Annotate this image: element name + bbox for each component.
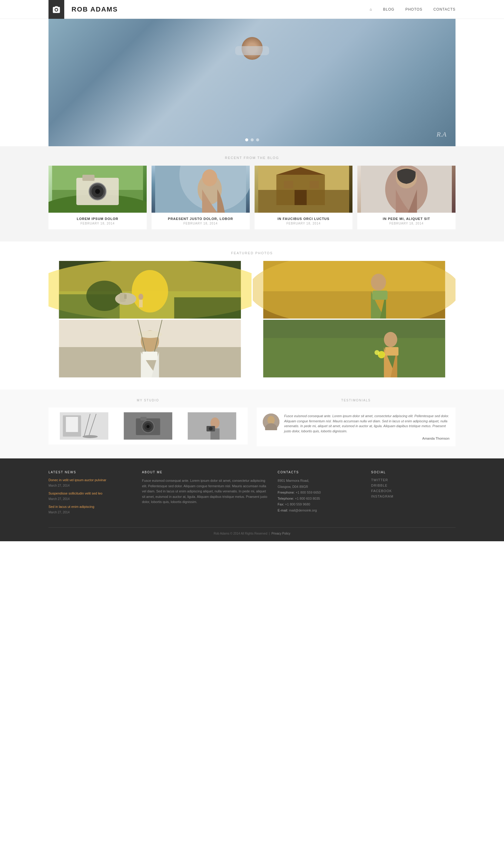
photo-item-2[interactable]	[253, 261, 456, 319]
testimonial-author: Amanda Thomson	[284, 436, 450, 440]
footer-social-dribble[interactable]: DRIBBLE	[371, 484, 455, 487]
studio-photos-grid	[53, 412, 243, 440]
nav-blog[interactable]: BLOG	[383, 7, 394, 12]
hero-watermark: R.A	[437, 131, 446, 138]
logo-icon-box	[49, 0, 64, 19]
avatar-svg	[263, 413, 280, 430]
blog-card-title-4: IN PEDE MI, ALIQUET SIT	[361, 217, 452, 221]
footer-news-item-2: Suspendisse sollicitudin velit sed leo M…	[49, 492, 133, 501]
footer-bottom: Rob Adams © 2014 All Rights Reserved | P…	[49, 527, 455, 535]
footer-contacts: CONTACTS 8901 Marmora Road, Glasgow, D04…	[277, 470, 362, 518]
studio-img-3	[181, 412, 243, 440]
photos-section-label: FEATURED PHOTOS	[49, 241, 455, 261]
blog-card-image-3	[255, 166, 353, 213]
blog-img-svg-3	[255, 166, 353, 213]
footer-social-instagram[interactable]: INSTAGRAM	[371, 495, 455, 498]
blog-card-title-3: IN FAUCIBUS ORCI LUCTUS	[258, 217, 349, 221]
svg-point-58	[83, 435, 97, 438]
svg-point-7	[95, 189, 100, 194]
svg-rect-33	[139, 300, 143, 307]
nav-home[interactable]: ⌂	[370, 7, 372, 12]
footer-email: E-mail: mail@demoink.org	[277, 508, 362, 513]
photo-item-4[interactable]	[253, 320, 456, 377]
blog-section-label: RECENT FROM THE BLOG	[49, 146, 455, 166]
hero-dot-2[interactable]	[251, 138, 254, 141]
hero-dot-3[interactable]	[256, 138, 259, 141]
photo-svg-4	[253, 320, 456, 377]
footer-social-twitter[interactable]: TWITTER	[371, 478, 455, 482]
footer-city: Glasgow, D04 89GR	[277, 484, 362, 490]
svg-point-32	[139, 294, 143, 300]
footer-latest-news: LATEST NEWS Donec in velit vel ipsum auc…	[49, 470, 133, 518]
footer-copyright: Rob Adams © 2014 All Rights Reserved	[214, 532, 267, 535]
svg-rect-43	[142, 351, 158, 360]
testimonial-quote: Fusce euismod consequat ante. Lorem ipsu…	[284, 413, 450, 433]
footer-news-link-2[interactable]: Suspendisse sollicitudin velit sed leo	[49, 492, 133, 495]
hero-person	[210, 31, 294, 146]
footer-news-link-1[interactable]: Donec in velit vel ipsum auctor pulvinar	[49, 478, 133, 482]
svg-rect-50	[385, 347, 398, 356]
studio-photo-1[interactable]	[53, 412, 115, 440]
photo-svg-3	[49, 320, 252, 377]
footer-freephone-value: +1 800 559 6650	[295, 491, 321, 494]
svg-rect-64	[140, 417, 146, 420]
photo-item-3[interactable]	[49, 320, 252, 377]
footer-about-title: ABOUT ME	[142, 470, 269, 474]
svg-rect-4	[83, 175, 94, 181]
svg-point-37	[371, 274, 386, 291]
photo-item-1[interactable]	[49, 261, 252, 319]
svg-rect-16	[294, 190, 306, 205]
footer-freephone-label: Freephone:	[277, 491, 295, 494]
blog-card-body-2: PRAESENT JUSTO DOLOR, LOBOR FEBRUARY 18,…	[151, 213, 250, 229]
footer-news-link-3[interactable]: Sed in lacus ut enim adipiscing	[49, 505, 133, 509]
blog-card-date-4: FEBRUARY 18, 2014	[361, 222, 452, 225]
studio-img-2	[117, 412, 179, 440]
photo-svg-2	[253, 261, 456, 319]
footer-telephone-label: Telephone:	[277, 497, 295, 500]
studio-label: MY STUDIO	[49, 399, 248, 402]
photos-section: FEATURED PHOTOS	[0, 241, 504, 390]
footer-privacy-policy[interactable]: Privacy Policy	[272, 532, 290, 535]
studio-photo-2[interactable]	[117, 412, 179, 440]
nav-contacts[interactable]: CONTACTS	[433, 7, 455, 12]
blog-card-date-3: FEBRUARY 18, 2014	[258, 222, 349, 225]
svg-point-36	[253, 261, 456, 319]
blog-card[interactable]: LOREM IPSUM DOLOR FEBRUARY 18, 2014	[49, 166, 147, 229]
blog-card-3[interactable]: IN FAUCIBUS ORCI LUCTUS FEBRUARY 18, 201…	[255, 166, 353, 229]
footer: LATEST NEWS Donec in velit vel ipsum auc…	[0, 459, 504, 541]
blog-card-body-4: IN PEDE MI, ALIQUET SIT FEBRUARY 18, 201…	[357, 213, 455, 229]
blog-card-2[interactable]: PRAESENT JUSTO DOLOR, LOBOR FEBRUARY 18,…	[151, 166, 250, 229]
nav-photos[interactable]: PHOTOS	[405, 7, 422, 12]
footer-social: SOCIAL TWITTER DRIBBLE FACEBOOK INSTAGRA…	[371, 470, 455, 518]
footer-news-item-1: Donec in velit vel ipsum auctor pulvinar…	[49, 478, 133, 488]
svg-rect-31	[124, 294, 127, 299]
svg-point-11	[202, 169, 217, 186]
blog-grid: LOREM IPSUM DOLOR FEBRUARY 18, 2014 PRAE…	[49, 166, 455, 229]
blog-card-4[interactable]: IN PEDE MI, ALIQUET SIT FEBRUARY 18, 201…	[357, 166, 455, 229]
svg-point-63	[146, 425, 149, 428]
site-title: ROB ADAMS	[72, 5, 118, 13]
svg-rect-38	[372, 291, 387, 300]
footer-grid: LATEST NEWS Donec in velit vel ipsum auc…	[49, 470, 455, 518]
svg-rect-28	[174, 297, 241, 319]
photo-svg-1	[49, 261, 252, 319]
testimonials-label: TESTIMONIALS	[257, 399, 456, 402]
main-nav: ⌂ BLOG PHOTOS CONTACTS	[370, 7, 455, 12]
footer-email-value: mail@demoink.org	[289, 509, 317, 512]
blog-img-svg-2	[151, 166, 250, 213]
svg-rect-18	[309, 181, 319, 188]
footer-fax: Fax: +1 800 559 9680	[277, 502, 362, 507]
hero-dot-1[interactable]	[245, 138, 248, 141]
footer-social-facebook[interactable]: FACEBOOK	[371, 489, 455, 493]
studio-img-1	[53, 412, 115, 440]
studio-photo-3[interactable]	[181, 412, 243, 440]
blog-card-title-2: PRAESENT JUSTO DOLOR, LOBOR	[155, 217, 246, 221]
testimonials-inner: Fusce euismod consequat ante. Lorem ipsu…	[257, 408, 456, 446]
footer-telephone: Telephone: +1 800 603 8035	[277, 496, 362, 501]
footer-news-item-3: Sed in lacus ut enim adipiscing March 27…	[49, 505, 133, 515]
footer-news-date-1: March 27, 2014	[49, 484, 70, 487]
footer-contacts-title: CONTACTS	[277, 470, 362, 474]
testimonial-avatar	[263, 413, 280, 430]
hero-section: R.A	[49, 19, 455, 146]
svg-point-49	[384, 332, 397, 347]
